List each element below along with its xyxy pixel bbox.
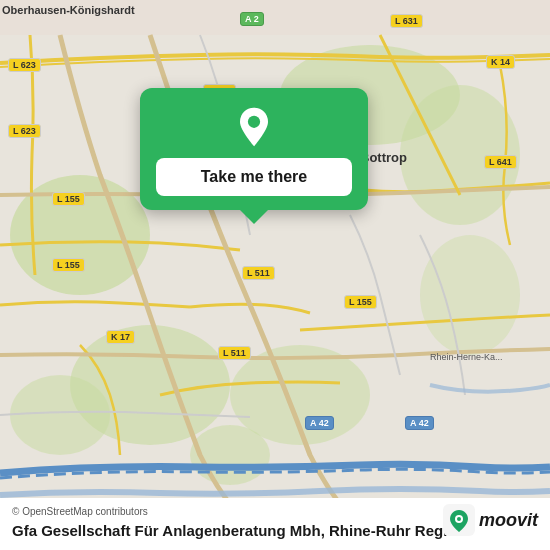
road-label-l623b: L 623 [8,124,41,138]
road-label-k14: K 14 [486,55,515,69]
map-roads: Emsch... [0,0,550,550]
road-label-l623a: L 623 [8,58,41,72]
svg-point-11 [248,116,260,128]
svg-point-5 [10,375,110,455]
road-label-l155c: L 155 [344,295,377,309]
location-pin-icon [233,106,275,148]
road-label-a2: A 2 [240,12,264,26]
road-label-a42a: A 42 [305,416,334,430]
take-me-there-button[interactable]: Take me there [156,158,352,196]
bottom-info-bar: © OpenStreetMap contributors Gfa Gesells… [0,498,550,551]
road-label-l511b: L 511 [218,346,251,360]
road-label-l631: L 631 [390,14,423,28]
moovit-logo: moovit [443,504,538,536]
road-label-l641b: L 641 [484,155,517,169]
city-label-rhein: Rhein-Herne-Ka... [430,352,540,363]
popup-card: Take me there [140,88,368,210]
road-label-k17: K 17 [106,330,135,344]
road-label-l155b: L 155 [52,258,85,272]
road-label-l155a: L 155 [52,192,85,206]
map-container: Emsch... A 2 L 631 K 14 L 623 L 641 L 64… [0,0,550,550]
city-label-oberhausen: Oberhausen-Königshardt [2,4,135,16]
svg-point-7 [420,235,520,355]
moovit-icon [443,504,475,536]
moovit-brand-text: moovit [479,510,538,531]
road-label-l511a: L 511 [242,266,275,280]
svg-point-15 [457,517,461,521]
road-label-a42b: A 42 [405,416,434,430]
